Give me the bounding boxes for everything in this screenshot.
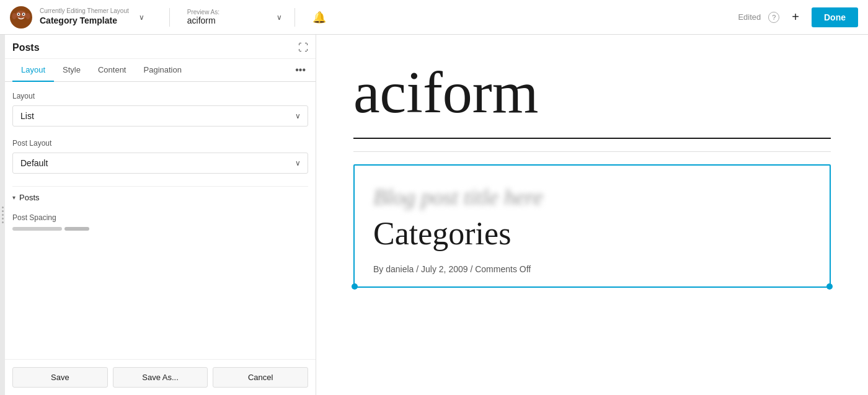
collapsible-arrow-icon: ▾ — [12, 194, 16, 201]
save-bar: Save Save As... Cancel — [5, 359, 316, 395]
svg-point-5 — [23, 13, 24, 14]
drag-dot — [2, 206, 4, 208]
svg-point-4 — [18, 13, 19, 14]
top-bar-divider2 — [294, 8, 295, 27]
main-layout: Posts ⛶ Layout Style Content Pagination … — [0, 35, 868, 395]
tab-pagination[interactable]: Pagination — [135, 59, 190, 82]
sidebar-drag-handle[interactable] — [0, 35, 5, 395]
preview-divider — [353, 151, 831, 152]
preview-categories-box: Blog post title here Categories By danie… — [353, 164, 831, 288]
template-name: Category Template — [40, 15, 129, 27]
logo — [10, 6, 32, 29]
preview-post-title-blurred: Blog post title here — [373, 184, 811, 210]
preview-chevron-icon[interactable]: ∨ — [277, 13, 282, 22]
sidebar-header: Posts ⛶ — [5, 35, 316, 59]
tab-content[interactable]: Content — [89, 59, 135, 82]
sidebar-title: Posts — [12, 42, 40, 53]
preview-site-title: aciform — [353, 60, 831, 125]
corner-dot-bottom-left — [352, 283, 358, 290]
top-bar: Currently Editing Themer Layout Category… — [0, 0, 868, 35]
posts-collapsible-section: ▾ Posts Post Spacing — [12, 186, 308, 246]
preview-as-section: Preview As: aciform — [187, 9, 219, 25]
layout-field-group: Layout List Grid Masonry ∨ — [12, 92, 308, 126]
edited-label: Edited — [738, 12, 761, 22]
drag-dot — [2, 218, 4, 220]
template-chevron-icon[interactable]: ∨ — [139, 13, 144, 22]
preview-post-meta: By daniela / July 2, 2009 / Comments Off — [373, 264, 811, 274]
svg-point-7 — [26, 13, 30, 19]
drag-dot — [2, 214, 4, 216]
layout-field-label: Layout — [12, 92, 308, 100]
drag-dot — [2, 221, 4, 223]
posts-section-header[interactable]: ▾ Posts — [12, 187, 308, 208]
post-layout-select-wrapper[interactable]: Default Custom ∨ — [12, 153, 308, 174]
drag-dot — [2, 210, 4, 212]
tab-layout[interactable]: Layout — [12, 59, 54, 82]
collapse-icon[interactable]: ⛶ — [298, 42, 308, 53]
preview-area: aciform Blog post title here Categories … — [316, 35, 868, 395]
corner-dot-bottom-right — [826, 283, 833, 290]
cancel-button[interactable]: Cancel — [213, 367, 308, 388]
preview-divider-thick — [353, 138, 831, 139]
post-spacing-label: Post Spacing — [12, 213, 308, 222]
more-tabs-icon[interactable]: ••• — [293, 60, 308, 81]
sidebar-inner: Posts ⛶ Layout Style Content Pagination … — [5, 35, 316, 395]
layout-select[interactable]: List Grid Masonry — [12, 105, 308, 126]
sidebar-panel: Posts ⛶ Layout Style Content Pagination … — [0, 35, 316, 395]
preview-as-value: aciform — [187, 16, 219, 25]
posts-section-label: Posts — [19, 193, 40, 202]
sidebar-tabs: Layout Style Content Pagination ••• — [5, 59, 316, 82]
post-layout-field-group: Post Layout Default Custom ∨ — [12, 139, 308, 174]
template-title-block: Currently Editing Themer Layout Category… — [40, 7, 129, 27]
svg-point-6 — [12, 13, 17, 19]
layout-select-wrapper[interactable]: List Grid Masonry ∨ — [12, 105, 308, 126]
top-bar-divider — [169, 8, 170, 27]
notifications-bell-icon[interactable]: 🔔 — [308, 8, 331, 27]
save-button[interactable]: Save — [12, 367, 108, 388]
help-icon[interactable]: ? — [768, 12, 779, 23]
post-layout-select[interactable]: Default Custom — [12, 153, 308, 174]
preview-categories-title: Categories — [373, 215, 811, 252]
save-as-button[interactable]: Save As... — [113, 367, 208, 388]
spacing-segment-2 — [64, 227, 89, 231]
sidebar-content: Layout List Grid Masonry ∨ Post Layout — [5, 82, 316, 359]
preview-as-label: Preview As: — [187, 9, 219, 16]
tab-style[interactable]: Style — [54, 59, 89, 82]
spacing-segment-1 — [12, 227, 62, 231]
post-layout-field-label: Post Layout — [12, 139, 308, 148]
posts-collapsible-content: Post Spacing — [12, 208, 308, 246]
add-icon[interactable]: + — [787, 7, 804, 27]
post-spacing-bar — [12, 227, 308, 231]
svg-point-1 — [16, 11, 27, 19]
done-button[interactable]: Done — [812, 7, 858, 27]
editing-label: Currently Editing Themer Layout — [40, 7, 129, 15]
